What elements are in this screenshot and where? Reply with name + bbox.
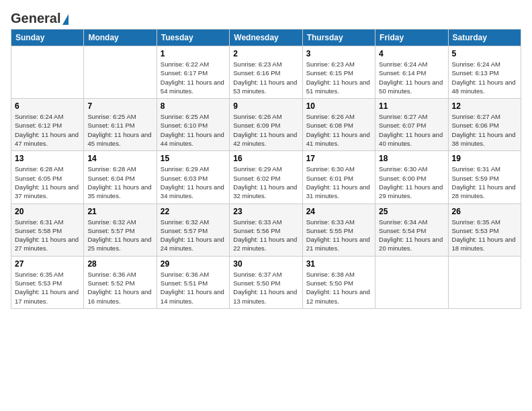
- day-info: Sunrise: 6:30 AM Sunset: 6:01 PM Dayligh…: [306, 165, 371, 200]
- day-number: 18: [379, 154, 444, 163]
- calendar-cell: [11, 46, 84, 99]
- calendar-cell: 18Sunrise: 6:30 AM Sunset: 6:00 PM Dayli…: [375, 151, 448, 203]
- calendar-cell: [448, 256, 521, 308]
- calendar-cell: 2Sunrise: 6:23 AM Sunset: 6:16 PM Daylig…: [230, 46, 302, 99]
- calendar-cell: 6Sunrise: 6:24 AM Sunset: 6:12 PM Daylig…: [11, 99, 84, 151]
- logo: General: [11, 11, 69, 24]
- day-number: 17: [306, 154, 371, 163]
- day-number: 14: [87, 154, 152, 163]
- day-number: 29: [161, 259, 226, 269]
- day-info: Sunrise: 6:27 AM Sunset: 6:06 PM Dayligh…: [452, 112, 517, 148]
- day-number: 2: [233, 49, 298, 58]
- day-info: Sunrise: 6:24 AM Sunset: 6:13 PM Dayligh…: [452, 60, 517, 95]
- day-info: Sunrise: 6:31 AM Sunset: 5:58 PM Dayligh…: [15, 218, 80, 253]
- calendar-cell: 4Sunrise: 6:24 AM Sunset: 6:14 PM Daylig…: [375, 46, 448, 99]
- calendar-cell: 5Sunrise: 6:24 AM Sunset: 6:13 PM Daylig…: [448, 46, 521, 99]
- weekday-header: Thursday: [302, 30, 375, 46]
- day-number: 1: [161, 49, 226, 58]
- day-info: Sunrise: 6:24 AM Sunset: 6:12 PM Dayligh…: [15, 112, 80, 148]
- calendar-cell: 13Sunrise: 6:28 AM Sunset: 6:05 PM Dayli…: [11, 151, 84, 203]
- day-number: 12: [452, 101, 517, 111]
- calendar-cell: 19Sunrise: 6:31 AM Sunset: 5:59 PM Dayli…: [448, 151, 521, 203]
- calendar-cell: [84, 46, 157, 99]
- day-info: Sunrise: 6:36 AM Sunset: 5:52 PM Dayligh…: [87, 270, 152, 306]
- day-info: Sunrise: 6:29 AM Sunset: 6:03 PM Dayligh…: [161, 165, 226, 200]
- calendar-cell: 1Sunrise: 6:22 AM Sunset: 6:17 PM Daylig…: [157, 46, 229, 99]
- day-info: Sunrise: 6:35 AM Sunset: 5:53 PM Dayligh…: [15, 270, 80, 306]
- day-info: Sunrise: 6:34 AM Sunset: 5:54 PM Dayligh…: [379, 218, 444, 253]
- day-info: Sunrise: 6:26 AM Sunset: 6:09 PM Dayligh…: [233, 112, 298, 148]
- day-info: Sunrise: 6:36 AM Sunset: 5:51 PM Dayligh…: [161, 270, 226, 306]
- day-info: Sunrise: 6:23 AM Sunset: 6:15 PM Dayligh…: [306, 60, 371, 95]
- calendar-week-row: 1Sunrise: 6:22 AM Sunset: 6:17 PM Daylig…: [11, 46, 521, 99]
- day-number: 19: [452, 154, 517, 163]
- calendar-week-row: 27Sunrise: 6:35 AM Sunset: 5:53 PM Dayli…: [11, 256, 521, 308]
- day-info: Sunrise: 6:30 AM Sunset: 6:00 PM Dayligh…: [379, 165, 444, 200]
- day-number: 23: [233, 207, 298, 216]
- day-number: 22: [161, 207, 226, 216]
- calendar-cell: 30Sunrise: 6:37 AM Sunset: 5:50 PM Dayli…: [230, 256, 302, 308]
- day-number: 27: [15, 259, 80, 269]
- day-info: Sunrise: 6:32 AM Sunset: 5:57 PM Dayligh…: [87, 218, 152, 253]
- calendar-cell: 24Sunrise: 6:33 AM Sunset: 5:55 PM Dayli…: [302, 203, 375, 256]
- day-number: 5: [452, 49, 517, 58]
- day-info: Sunrise: 6:27 AM Sunset: 6:07 PM Dayligh…: [379, 112, 444, 148]
- calendar-cell: 17Sunrise: 6:30 AM Sunset: 6:01 PM Dayli…: [302, 151, 375, 203]
- calendar-cell: 8Sunrise: 6:25 AM Sunset: 6:10 PM Daylig…: [157, 99, 229, 151]
- day-info: Sunrise: 6:28 AM Sunset: 6:04 PM Dayligh…: [87, 165, 152, 200]
- calendar-cell: 27Sunrise: 6:35 AM Sunset: 5:53 PM Dayli…: [11, 256, 84, 308]
- calendar-cell: 10Sunrise: 6:26 AM Sunset: 6:08 PM Dayli…: [302, 99, 375, 151]
- day-number: 11: [379, 101, 444, 111]
- day-number: 24: [306, 207, 371, 216]
- day-info: Sunrise: 6:26 AM Sunset: 6:08 PM Dayligh…: [306, 112, 371, 148]
- calendar-cell: 23Sunrise: 6:33 AM Sunset: 5:56 PM Dayli…: [230, 203, 302, 256]
- day-info: Sunrise: 6:33 AM Sunset: 5:56 PM Dayligh…: [233, 218, 298, 253]
- calendar-week-row: 20Sunrise: 6:31 AM Sunset: 5:58 PM Dayli…: [11, 203, 521, 256]
- calendar-cell: 14Sunrise: 6:28 AM Sunset: 6:04 PM Dayli…: [84, 151, 157, 203]
- day-number: 21: [87, 207, 152, 216]
- logo-general-text: General: [11, 11, 60, 26]
- weekday-header-row: SundayMondayTuesdayWednesdayThursdayFrid…: [11, 30, 521, 46]
- calendar-cell: 26Sunrise: 6:35 AM Sunset: 5:53 PM Dayli…: [448, 203, 521, 256]
- day-info: Sunrise: 6:37 AM Sunset: 5:50 PM Dayligh…: [233, 270, 298, 306]
- day-number: 8: [161, 101, 226, 111]
- calendar-cell: 3Sunrise: 6:23 AM Sunset: 6:15 PM Daylig…: [302, 46, 375, 99]
- day-number: 25: [379, 207, 444, 216]
- day-info: Sunrise: 6:38 AM Sunset: 5:50 PM Dayligh…: [306, 270, 371, 306]
- weekday-header: Tuesday: [157, 30, 229, 46]
- day-number: 28: [87, 259, 152, 269]
- day-number: 10: [306, 101, 371, 111]
- day-number: 26: [452, 207, 517, 216]
- day-number: 4: [379, 49, 444, 58]
- calendar-cell: 9Sunrise: 6:26 AM Sunset: 6:09 PM Daylig…: [230, 99, 302, 151]
- calendar-cell: 7Sunrise: 6:25 AM Sunset: 6:11 PM Daylig…: [84, 99, 157, 151]
- day-info: Sunrise: 6:32 AM Sunset: 5:57 PM Dayligh…: [161, 218, 226, 253]
- day-info: Sunrise: 6:33 AM Sunset: 5:55 PM Dayligh…: [306, 218, 371, 253]
- day-number: 15: [161, 154, 226, 163]
- page-header: General: [11, 11, 521, 24]
- calendar-cell: 21Sunrise: 6:32 AM Sunset: 5:57 PM Dayli…: [84, 203, 157, 256]
- day-number: 20: [15, 207, 80, 216]
- logo-triangle: [62, 14, 69, 25]
- calendar-cell: 31Sunrise: 6:38 AM Sunset: 5:50 PM Dayli…: [302, 256, 375, 308]
- weekday-header: Sunday: [11, 30, 84, 46]
- weekday-header: Friday: [375, 30, 448, 46]
- calendar-cell: 12Sunrise: 6:27 AM Sunset: 6:06 PM Dayli…: [448, 99, 521, 151]
- calendar-table: SundayMondayTuesdayWednesdayThursdayFrid…: [11, 29, 521, 309]
- day-info: Sunrise: 6:22 AM Sunset: 6:17 PM Dayligh…: [161, 60, 226, 95]
- calendar-cell: 20Sunrise: 6:31 AM Sunset: 5:58 PM Dayli…: [11, 203, 84, 256]
- calendar-cell: 28Sunrise: 6:36 AM Sunset: 5:52 PM Dayli…: [84, 256, 157, 308]
- calendar-week-row: 13Sunrise: 6:28 AM Sunset: 6:05 PM Dayli…: [11, 151, 521, 203]
- calendar-cell: 25Sunrise: 6:34 AM Sunset: 5:54 PM Dayli…: [375, 203, 448, 256]
- day-info: Sunrise: 6:31 AM Sunset: 5:59 PM Dayligh…: [452, 165, 517, 200]
- weekday-header: Saturday: [448, 30, 521, 46]
- day-info: Sunrise: 6:35 AM Sunset: 5:53 PM Dayligh…: [452, 218, 517, 253]
- calendar-week-row: 6Sunrise: 6:24 AM Sunset: 6:12 PM Daylig…: [11, 99, 521, 151]
- weekday-header: Wednesday: [230, 30, 302, 46]
- day-number: 9: [233, 101, 298, 111]
- calendar-cell: 29Sunrise: 6:36 AM Sunset: 5:51 PM Dayli…: [157, 256, 229, 308]
- day-info: Sunrise: 6:28 AM Sunset: 6:05 PM Dayligh…: [15, 165, 80, 200]
- calendar-cell: 16Sunrise: 6:29 AM Sunset: 6:02 PM Dayli…: [230, 151, 302, 203]
- calendar-cell: 22Sunrise: 6:32 AM Sunset: 5:57 PM Dayli…: [157, 203, 229, 256]
- day-number: 7: [87, 101, 152, 111]
